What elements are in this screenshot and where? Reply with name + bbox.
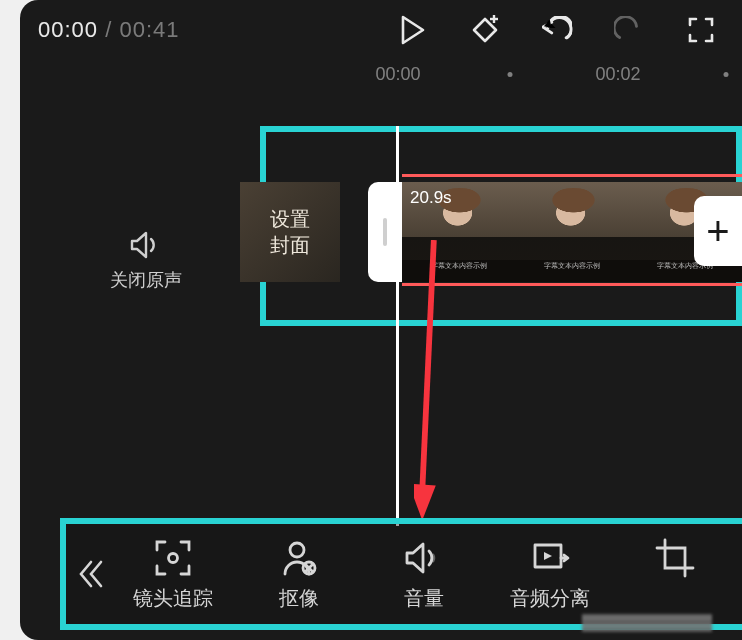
toolbar-back-button[interactable] — [66, 559, 116, 589]
tool-label: 抠像 — [244, 585, 354, 612]
tool-volume[interactable]: 音量 — [369, 537, 479, 612]
keyframe-add-button[interactable] — [470, 15, 500, 45]
tool-label: 音量 — [369, 585, 479, 612]
ruler-mark-0: 00:00 — [375, 64, 420, 85]
tool-cutout[interactable]: 抠像 — [244, 537, 354, 612]
tool-label: 镜头追踪 — [118, 585, 228, 612]
tool-crop[interactable] — [620, 537, 730, 612]
person-cutout-icon — [244, 537, 354, 579]
timeline-area: 关闭原声 设置 封面 字幕文本内容示例 字幕文本内容示例 字幕文本内容示例 20… — [20, 90, 742, 460]
censored-area — [582, 614, 712, 632]
time-separator: / — [98, 17, 119, 42]
ruler-dot — [724, 72, 729, 77]
playback-controls — [398, 15, 724, 45]
timeline-ruler[interactable]: 00:00 00:02 — [20, 60, 742, 90]
tool-label: 音频分离 — [495, 585, 605, 612]
playhead-line[interactable] — [396, 126, 399, 526]
audio-separate-icon — [495, 537, 605, 579]
bottom-toolbar: 镜头追踪 抠像 — [66, 524, 742, 624]
cover-label-1: 设置 — [270, 206, 310, 232]
top-bar: 00:00 / 00:41 — [20, 0, 742, 60]
time-display: 00:00 / 00:41 — [38, 17, 179, 43]
time-total: 00:41 — [119, 17, 179, 42]
crop-icon — [620, 537, 730, 579]
add-clip-button[interactable]: + — [694, 196, 742, 266]
clip-frame-thumb: 字幕文本内容示例 — [515, 182, 628, 282]
cover-setting-thumb[interactable]: 设置 封面 — [240, 182, 340, 282]
video-clip[interactable]: 字幕文本内容示例 字幕文本内容示例 字幕文本内容示例 — [402, 182, 742, 282]
clip-duration-badge: 20.9s — [410, 188, 452, 208]
ruler-mark-1: 00:02 — [595, 64, 640, 85]
fullscreen-button[interactable] — [686, 15, 716, 45]
tool-camera-tracking[interactable]: 镜头追踪 — [118, 537, 228, 612]
video-editor-app: 00:00 / 00:41 — [20, 0, 742, 640]
undo-button[interactable] — [542, 15, 572, 45]
svg-point-4 — [169, 553, 178, 562]
clip-selection-border-bottom — [402, 283, 742, 286]
ruler-dot — [508, 72, 513, 77]
svg-marker-3 — [414, 484, 436, 521]
redo-button[interactable] — [614, 15, 644, 45]
speaker-icon — [129, 230, 163, 260]
time-current: 00:00 — [38, 17, 98, 42]
tool-audio-separate[interactable]: 音频分离 — [495, 537, 605, 612]
focus-target-icon — [118, 537, 228, 579]
play-button[interactable] — [398, 15, 428, 45]
clip-selection-border-top — [402, 174, 742, 177]
svg-point-5 — [290, 543, 304, 557]
volume-icon — [369, 537, 479, 579]
mute-label: 关闭原声 — [110, 268, 182, 292]
cover-label-2: 封面 — [270, 232, 310, 258]
mute-original-audio[interactable]: 关闭原声 — [110, 230, 182, 292]
